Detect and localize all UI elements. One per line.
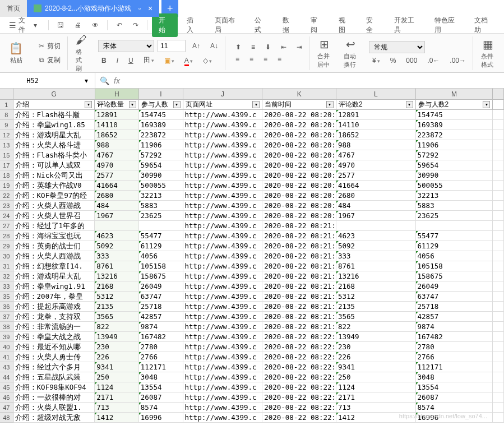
cell[interactable]: 2020-08-22 08:21: xyxy=(262,271,336,281)
cell[interactable]: 4970 xyxy=(336,160,416,170)
tab-layout[interactable]: 页面布局 xyxy=(208,13,246,37)
cell[interactable]: 介绍：拳皇wing1.85 xyxy=(13,120,95,130)
cell[interactable]: 63747 xyxy=(416,292,493,302)
font-color-button[interactable]: A xyxy=(181,56,196,66)
cell[interactable]: http://www.4399.c xyxy=(183,191,263,201)
cell[interactable]: 61129 xyxy=(139,241,183,251)
cell[interactable]: 223872 xyxy=(416,130,493,140)
font-select[interactable]: 宋体 xyxy=(98,40,154,52)
cell[interactable] xyxy=(493,302,504,312)
cell[interactable]: 154745 xyxy=(416,110,493,120)
row-header[interactable]: 24 xyxy=(0,211,13,221)
cell[interactable]: 2780 xyxy=(139,342,183,352)
align-left-button[interactable]: ≡ xyxy=(232,54,243,64)
row-header[interactable]: 43 xyxy=(0,362,13,372)
tab-dochelp[interactable]: 文档助 xyxy=(468,13,500,37)
filter-dropdown-icon[interactable]: ▾ xyxy=(326,101,334,108)
cell[interactable]: 226 xyxy=(95,352,139,362)
cell[interactable] xyxy=(493,241,504,251)
format-painter-button[interactable]: 🖌格式刷 xyxy=(71,34,91,73)
font-size-input[interactable] xyxy=(158,40,186,52)
cell[interactable] xyxy=(416,221,493,231)
cell[interactable]: 4970 xyxy=(95,160,139,170)
tab-formula[interactable]: 公式 xyxy=(248,13,274,37)
align-top-button[interactable]: ⬆ xyxy=(232,42,244,52)
cell[interactable]: 13216 xyxy=(95,271,139,281)
cell[interactable] xyxy=(493,382,504,392)
cell[interactable]: 23625 xyxy=(416,211,493,221)
cell[interactable]: 4767 xyxy=(336,150,416,160)
cell[interactable]: 13554 xyxy=(416,382,493,392)
cell[interactable] xyxy=(493,392,504,403)
cell[interactable]: 13554 xyxy=(139,382,183,392)
align-middle-button[interactable]: ≡ xyxy=(248,42,258,52)
cell[interactable]: 3565 xyxy=(95,312,139,322)
cell[interactable]: 57292 xyxy=(416,150,493,160)
cell[interactable]: 16996 xyxy=(139,413,183,423)
cell[interactable]: 13216 xyxy=(336,271,416,281)
save-icon-button[interactable]: 🖫 xyxy=(53,19,68,31)
cell[interactable]: http://www.4399.c xyxy=(183,201,263,211)
cell[interactable]: http://www.4399.c xyxy=(183,160,263,170)
cell[interactable] xyxy=(493,140,504,150)
cell[interactable]: 158675 xyxy=(139,271,183,281)
cell[interactable]: 230 xyxy=(336,342,416,352)
cell[interactable]: 226 xyxy=(336,352,416,362)
cell[interactable]: 30990 xyxy=(416,170,493,181)
cell[interactable]: 介绍：2007年，拳皇 xyxy=(13,292,95,302)
column-header-M[interactable]: M xyxy=(416,89,493,100)
row-header[interactable]: 18 xyxy=(0,170,13,181)
cell[interactable]: 介绍：可以单人或双 xyxy=(13,160,95,170)
cell[interactable]: 2020-08-22 08:21: xyxy=(262,312,336,322)
comma-button[interactable]: 000 xyxy=(403,56,420,66)
cell[interactable]: 2020-08-22 08:21: xyxy=(262,251,336,261)
tab-insert[interactable]: 插入 xyxy=(180,13,206,37)
cell[interactable]: 2780 xyxy=(416,342,493,352)
filter-dropdown-icon[interactable]: ▾ xyxy=(406,101,413,108)
cell[interactable] xyxy=(493,221,504,231)
cell[interactable]: 5883 xyxy=(416,201,493,211)
row-header[interactable]: 40 xyxy=(0,342,13,352)
cell[interactable]: 2135 xyxy=(95,302,139,312)
cell[interactable]: 2020-08-22 08:22: xyxy=(262,352,336,362)
cell[interactable]: 介绍：Flash格斗类小 xyxy=(13,150,95,160)
cell[interactable]: http://www.4399.c xyxy=(183,150,263,160)
row-header[interactable]: 9 xyxy=(0,120,13,130)
cond-format-button[interactable]: ▦条件格式 xyxy=(477,35,500,71)
cell[interactable]: 5883 xyxy=(139,201,183,211)
cell[interactable] xyxy=(493,362,504,372)
cell[interactable] xyxy=(493,261,504,271)
filter-dropdown-icon[interactable]: ▾ xyxy=(252,101,260,108)
cell[interactable]: 介绍：英勇的战士们 xyxy=(13,241,95,251)
copy-button[interactable]: ⧉复制 xyxy=(34,54,64,66)
cell[interactable] xyxy=(493,292,504,302)
cell[interactable]: 介绍：一款很棒的对 xyxy=(13,392,95,403)
row-header[interactable]: 22 xyxy=(0,191,13,201)
cell[interactable]: 12891 xyxy=(336,110,416,120)
cell[interactable]: 介绍：游戏明星大乱 xyxy=(13,130,95,140)
cell[interactable]: 105158 xyxy=(416,261,493,271)
cell[interactable] xyxy=(493,120,504,130)
cell[interactable]: 230 xyxy=(95,342,139,352)
cell[interactable] xyxy=(493,170,504,181)
cell[interactable]: 5312 xyxy=(336,292,416,302)
cell[interactable]: 158675 xyxy=(416,271,493,281)
column-header-[interactable] xyxy=(493,89,504,100)
cell[interactable] xyxy=(493,352,504,362)
cell[interactable]: 500055 xyxy=(416,181,493,191)
filter-dropdown-icon[interactable]: ▾ xyxy=(173,101,181,108)
cell[interactable]: 2020-08-22 08:22: xyxy=(262,362,336,372)
cell[interactable]: 介绍：火柴人西游战 xyxy=(13,251,95,261)
row-header[interactable]: 29 xyxy=(0,241,13,251)
cell[interactable]: 5312 xyxy=(95,292,139,302)
cell[interactable]: http://www.4399.c xyxy=(183,392,263,403)
column-header-J[interactable]: J xyxy=(183,89,263,100)
cell[interactable]: 介绍：拳皇wing1.91 xyxy=(13,281,95,292)
cell[interactable]: 介绍：幻想纹章[14. xyxy=(13,261,95,271)
cell[interactable]: 2020-08-22 08:22: xyxy=(262,403,336,413)
cell[interactable]: 2020-08-22 08:22: xyxy=(262,392,336,403)
row-header[interactable]: 13 xyxy=(0,140,13,150)
cell[interactable] xyxy=(493,251,504,261)
align-right-button[interactable]: ≡ xyxy=(260,54,271,64)
italic-button[interactable]: I xyxy=(113,56,122,66)
